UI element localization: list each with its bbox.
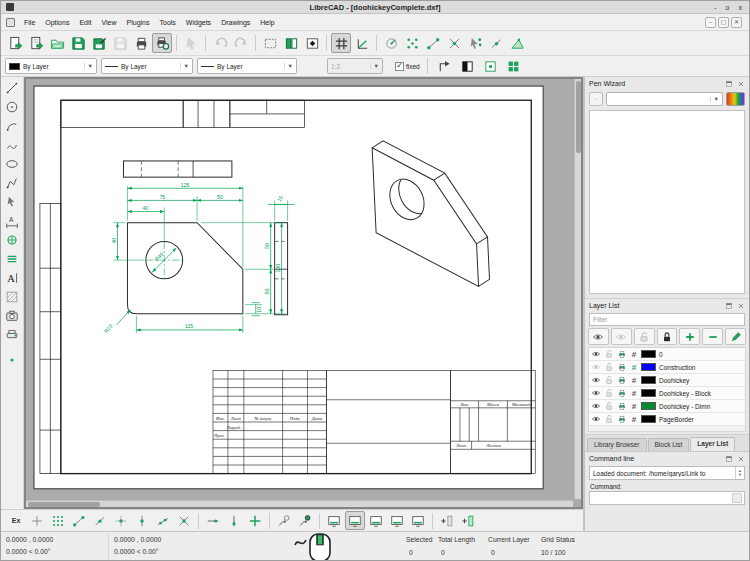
- horizontal-scrollbar-thumb[interactable]: [28, 502, 100, 507]
- open-drawing-button[interactable]: [47, 33, 67, 53]
- restrict-nothing-button[interactable]: [245, 511, 265, 530]
- layer-construction-toggle[interactable]: #: [630, 376, 638, 385]
- vertical-scrollbar-thumb[interactable]: [576, 81, 581, 153]
- horizontal-scrollbar[interactable]: [26, 500, 573, 507]
- add-layer-button[interactable]: [679, 328, 700, 345]
- command-history[interactable]: Loaded document: /home/garys/Link to ▲▼: [589, 466, 745, 480]
- command-input[interactable]: [590, 492, 732, 504]
- layer-construction-toggle[interactable]: #: [630, 415, 638, 424]
- fixed-checkbox-group[interactable]: ✓ fixed: [395, 62, 420, 71]
- menu-view[interactable]: View: [96, 17, 121, 28]
- remove-layer-button[interactable]: [702, 328, 723, 345]
- lock-all-layers-button[interactable]: [657, 328, 678, 345]
- layer-color-swatch[interactable]: [641, 363, 656, 371]
- close-button[interactable]: x: [739, 4, 743, 11]
- exclusive-snap-button[interactable]: Ex: [6, 511, 26, 530]
- snap-intersection-button[interactable]: [174, 511, 194, 530]
- layer-visibility-toggle[interactable]: [591, 410, 601, 428]
- modify-layer-button[interactable]: [725, 328, 746, 345]
- snap-middle-button[interactable]: [132, 511, 152, 530]
- draw-spline-button[interactable]: [3, 136, 22, 154]
- snap-center-button[interactable]: [111, 511, 131, 530]
- dock-tab-layer-list[interactable]: Layer List: [690, 437, 735, 451]
- snap-endpoint-button[interactable]: [69, 511, 89, 530]
- undock-icon[interactable]: [724, 301, 733, 310]
- snap-free-button[interactable]: [27, 511, 47, 530]
- block-tool-button[interactable]: [3, 326, 22, 344]
- workspace-view-1-button[interactable]: [324, 511, 344, 530]
- layer-color-swatch[interactable]: [641, 376, 656, 384]
- corner-arrow-button[interactable]: [435, 56, 455, 76]
- contrast-view-button[interactable]: [458, 56, 478, 76]
- menu-widgets[interactable]: Widgets: [181, 17, 216, 28]
- menu-tools[interactable]: Tools: [154, 17, 180, 28]
- snap-on-entity-button[interactable]: [90, 511, 110, 530]
- layer-construction-toggle[interactable]: #: [630, 389, 638, 398]
- workspace-view-3-button[interactable]: [366, 511, 386, 530]
- menu-help[interactable]: Help: [255, 17, 279, 28]
- pen-width-combo[interactable]: By Layer ▼: [197, 58, 297, 74]
- restrict-orthogonal-button[interactable]: [507, 33, 527, 53]
- add-toolbar-button[interactable]: [437, 511, 457, 530]
- maximize-button[interactable]: o: [726, 4, 730, 11]
- select-pointer-button[interactable]: [181, 33, 201, 53]
- layer-construction-toggle[interactable]: #: [630, 402, 638, 411]
- entity-preview-button[interactable]: [481, 56, 501, 76]
- minimize-button[interactable]: -: [714, 4, 716, 11]
- text-tool-button[interactable]: A: [3, 269, 22, 287]
- zoom-window-button[interactable]: [302, 33, 322, 53]
- layer-filter-input[interactable]: [589, 313, 745, 326]
- dimension-tool-button[interactable]: A: [3, 212, 22, 230]
- snap-free-button[interactable]: [381, 33, 401, 53]
- unlock-all-layers-button[interactable]: [634, 328, 655, 345]
- history-spinner[interactable]: ▲▼: [735, 467, 744, 479]
- hide-all-layers-button[interactable]: [611, 328, 632, 345]
- undo-button[interactable]: [210, 33, 230, 53]
- set-relative-zero-button[interactable]: [274, 511, 294, 530]
- mdi-restore-button[interactable]: ▢: [718, 17, 729, 28]
- modify-tool-button[interactable]: [3, 231, 22, 249]
- isometric-grid-button[interactable]: [352, 33, 372, 53]
- menu-drawings[interactable]: Drawings: [216, 17, 255, 28]
- restrict-vertical-button[interactable]: [224, 511, 244, 530]
- draw-ellipse-button[interactable]: [3, 155, 22, 173]
- layer-lock-toggle[interactable]: [604, 410, 614, 428]
- previous-view-button[interactable]: [281, 33, 301, 53]
- image-tool-button[interactable]: [3, 307, 22, 325]
- palette-grid-button[interactable]: [504, 56, 524, 76]
- close-icon[interactable]: [736, 454, 745, 463]
- draw-arc-button[interactable]: [3, 117, 22, 135]
- layer-color-swatch[interactable]: [641, 415, 656, 423]
- selection-window-button[interactable]: [260, 33, 280, 53]
- layer-color-swatch[interactable]: [641, 402, 656, 410]
- draw-line-button[interactable]: [3, 79, 22, 97]
- color-picker-button[interactable]: [726, 92, 745, 106]
- menu-edit[interactable]: Edit: [74, 17, 96, 28]
- layer-construction-toggle[interactable]: #: [630, 350, 638, 359]
- new-from-template-button[interactable]: [26, 33, 46, 53]
- print-button[interactable]: [131, 33, 151, 53]
- pen-linetype-combo[interactable]: By Layer ▼: [101, 58, 193, 74]
- order-tool-button[interactable]: [3, 250, 22, 268]
- drawing-canvas[interactable]: 125 75 50 40 40 Ø40 50 100 50 115 10: [24, 77, 583, 509]
- draw-circle-button[interactable]: [3, 98, 22, 116]
- snap-distance-button[interactable]: [153, 511, 173, 530]
- layer-row[interactable]: #PageBorder: [589, 413, 745, 426]
- menu-file[interactable]: File: [19, 17, 40, 28]
- workspace-view-4-button[interactable]: [387, 511, 407, 530]
- save-all-button[interactable]: [110, 33, 130, 53]
- pen-wizard-list[interactable]: [589, 110, 745, 294]
- fixed-checkbox[interactable]: ✓: [395, 62, 404, 71]
- mdi-minimize-button[interactable]: –: [705, 17, 716, 28]
- dock-tab-block-list[interactable]: Block List: [648, 438, 690, 451]
- pen-wizard-combo[interactable]: ▼: [606, 92, 723, 106]
- layer-construction-toggle[interactable]: #: [630, 363, 638, 372]
- menu-plugins[interactable]: Plugins: [122, 17, 155, 28]
- layer-color-swatch[interactable]: [641, 389, 656, 397]
- mdi-close-button[interactable]: ✕: [731, 17, 742, 28]
- workspace-view-5-button[interactable]: [408, 511, 428, 530]
- pen-color-combo[interactable]: By Layer ▼: [5, 58, 97, 74]
- layer-color-swatch[interactable]: [641, 350, 656, 358]
- snap-entity-button[interactable]: [486, 33, 506, 53]
- pen-wizard-apply-button[interactable]: ▫: [589, 92, 603, 106]
